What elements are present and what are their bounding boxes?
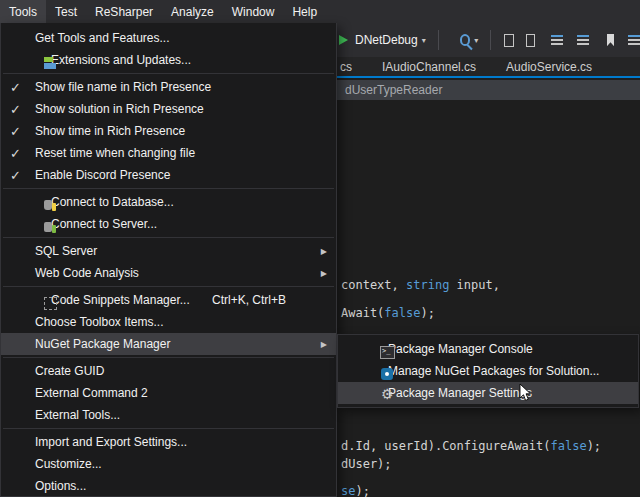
menu-item-connect-to-server[interactable]: Connect to Server... — [1, 213, 336, 235]
menubar-item-analyze[interactable]: Analyze — [162, 0, 223, 23]
tab-partial[interactable]: cs — [340, 60, 352, 74]
menu-item-label: External Command 2 — [35, 386, 148, 400]
menu-item-label: Reset time when changing file — [35, 146, 195, 160]
check-icon: ✓ — [10, 120, 21, 142]
menu-item-label: Extensions and Updates... — [51, 53, 191, 67]
output-list-icon[interactable] — [551, 35, 563, 46]
code-line: dUser); — [341, 457, 392, 471]
menu-separator — [3, 237, 334, 238]
submenu-item-package-manager-settings[interactable]: Package Manager Settings — [338, 382, 638, 404]
menu-item-extensions-and-updates[interactable]: Extensions and Updates... — [1, 49, 336, 71]
menu-item-label: Connect to Server... — [51, 217, 157, 231]
check-icon: ✓ — [10, 142, 21, 164]
menu-item-label: Show solution in Rich Presence — [35, 102, 204, 116]
menu-item-label: Choose Toolbox Items... — [35, 315, 164, 329]
save-file-icon[interactable] — [526, 34, 536, 47]
debug-target-selector[interactable]: DNetDebug ▾ — [355, 33, 426, 47]
submenu-arrow-icon: ▶ — [321, 340, 327, 349]
console-icon — [379, 344, 395, 360]
menu-separator — [3, 428, 334, 429]
code-line: se); — [341, 484, 370, 497]
menubar: Tools Test ReSharper Analyze Window Help — [0, 0, 640, 23]
chevron-down-icon[interactable]: ▾ — [474, 36, 478, 45]
menu-item-connect-to-database[interactable]: Connect to Database... — [1, 191, 336, 213]
menu-separator — [3, 286, 334, 287]
menu-item-reset-time-when-changing-file[interactable]: ✓Reset time when changing file — [1, 142, 336, 164]
server-icon — [42, 219, 58, 235]
menu-shortcut: Ctrl+K, Ctrl+B — [212, 293, 286, 307]
menu-item-choose-toolbox-items[interactable]: Choose Toolbox Items... — [1, 311, 336, 333]
menubar-item-test[interactable]: Test — [46, 0, 86, 23]
menu-item-label: NuGet Package Manager — [35, 337, 170, 351]
menu-item-label: Package Manager Console — [388, 342, 533, 356]
start-debug-icon[interactable] — [339, 35, 348, 45]
error-list-icon[interactable] — [577, 35, 589, 46]
check-icon: ✓ — [10, 98, 21, 120]
menubar-item-window[interactable]: Window — [223, 0, 284, 23]
menu-item-label: Options... — [35, 479, 86, 493]
check-icon: ✓ — [10, 164, 21, 186]
database-icon — [42, 197, 58, 213]
tools-menu: Get Tools and Features...Extensions and … — [0, 23, 337, 497]
menu-item-show-time-in-rich-presence[interactable]: ✓Show time in Rich Presence — [1, 120, 336, 142]
attach-debugger-icon[interactable] — [460, 34, 471, 46]
nuget-submenu: Package Manager ConsoleManage NuGet Pack… — [337, 334, 639, 408]
menu-item-options[interactable]: Options... — [1, 475, 336, 497]
menu-item-import-and-export-settings[interactable]: Import and Export Settings... — [1, 431, 336, 453]
nuget-package-icon — [379, 366, 395, 382]
submenu-arrow-icon: ▶ — [321, 269, 327, 278]
chevron-down-icon: ▾ — [422, 36, 426, 45]
debug-target-label: DNetDebug — [355, 33, 418, 47]
menu-item-label: Connect to Database... — [51, 195, 174, 209]
check-icon: ✓ — [10, 76, 21, 98]
menu-item-get-tools-and-features[interactable]: Get Tools and Features... — [1, 27, 336, 49]
toolbar-separator — [490, 30, 491, 50]
menu-item-show-file-name-in-rich-presence[interactable]: ✓Show file name in Rich Presence — [1, 76, 336, 98]
menu-item-external-command-2[interactable]: External Command 2 — [1, 382, 336, 404]
menu-item-label: Import and Export Settings... — [35, 435, 187, 449]
menubar-item-help[interactable]: Help — [283, 0, 326, 23]
menu-item-label: Package Manager Settings — [388, 386, 532, 400]
toolbar-separator — [438, 30, 439, 50]
menu-separator — [3, 357, 334, 358]
menu-item-label: Customize... — [35, 457, 102, 471]
tab-iaudiochannel[interactable]: IAudioChannel.cs — [382, 60, 476, 74]
menu-item-external-tools[interactable]: External Tools... — [1, 404, 336, 426]
code-line: context, string input, — [341, 278, 500, 292]
menu-item-label: External Tools... — [35, 408, 120, 422]
menu-separator — [3, 188, 334, 189]
menu-item-label: Web Code Analysis — [35, 266, 139, 280]
menu-item-nuget-package-manager[interactable]: NuGet Package Manager▶ — [1, 333, 336, 355]
menubar-item-tools[interactable]: Tools — [0, 0, 46, 23]
visual-studio-window: context, string input,Await(false);d.Id,… — [0, 0, 640, 497]
menu-item-show-solution-in-rich-presence[interactable]: ✓Show solution in Rich Presence — [1, 98, 336, 120]
submenu-arrow-icon: ▶ — [321, 247, 327, 256]
menu-separator — [3, 73, 334, 74]
code-line: Await(false); — [341, 306, 435, 320]
menu-item-sql-server[interactable]: SQL Server▶ — [1, 240, 336, 262]
task-list-icon[interactable] — [628, 35, 640, 46]
menu-item-enable-discord-presence[interactable]: ✓Enable Discord Presence — [1, 164, 336, 186]
submenu-item-manage-nuget-packages-for-solution[interactable]: Manage NuGet Packages for Solution... — [338, 360, 638, 382]
menubar-item-resharper[interactable]: ReSharper — [86, 0, 162, 23]
open-file-icon[interactable] — [504, 34, 514, 47]
menu-item-customize[interactable]: Customize... — [1, 453, 336, 475]
menu-item-label: SQL Server — [35, 244, 97, 258]
menu-item-label: Enable Discord Presence — [35, 168, 170, 182]
code-line: d.Id, userId).ConfigureAwait(false); — [341, 439, 601, 453]
gear-icon — [379, 388, 395, 404]
menu-item-label: Create GUID — [35, 364, 104, 378]
tab-audioservice[interactable]: AudioService.cs — [506, 60, 592, 74]
menu-item-web-code-analysis[interactable]: Web Code Analysis▶ — [1, 262, 336, 284]
bookmark-icon[interactable] — [607, 34, 615, 47]
snippets-icon — [42, 295, 58, 311]
menu-item-label: Code Snippets Manager... — [51, 293, 190, 307]
menu-item-code-snippets-manager[interactable]: Code Snippets Manager...Ctrl+K, Ctrl+B — [1, 289, 336, 311]
navigation-bar-text: dUserTypeReader — [345, 83, 442, 97]
submenu-item-package-manager-console[interactable]: Package Manager Console — [338, 338, 638, 360]
menu-item-create-guid[interactable]: Create GUID — [1, 360, 336, 382]
menu-item-label: Manage NuGet Packages for Solution... — [388, 364, 599, 378]
menu-item-label: Get Tools and Features... — [35, 31, 170, 45]
menu-item-label: Show time in Rich Presence — [35, 124, 185, 138]
menu-item-label: Show file name in Rich Presence — [35, 80, 211, 94]
